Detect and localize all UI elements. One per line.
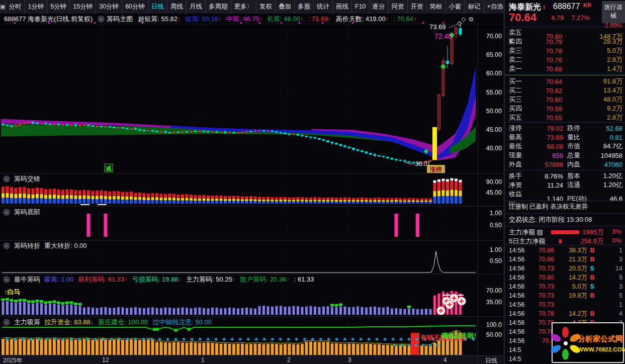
stack-yellow (220, 199, 223, 201)
stack-blue (53, 199, 56, 204)
candle-down (143, 130, 145, 131)
stack-blue (386, 202, 389, 204)
timeline-month[interactable]: 12 (102, 356, 109, 363)
stack-yellow (425, 200, 428, 202)
stack-white (433, 180, 436, 183)
arrow-icon: ↑ (178, 276, 182, 283)
green-cap (339, 303, 342, 306)
timeline-month[interactable]: 1 (201, 356, 205, 363)
trade-row[interactable]: 14:5670.8014.2万B9 (505, 273, 625, 282)
stack-yellow (130, 196, 133, 200)
stack-yellow (275, 200, 278, 201)
stack-white (459, 180, 462, 183)
ask-row[interactable]: 卖三70.785.0万 (505, 46, 625, 55)
info-icon[interactable]: i (543, 4, 545, 11)
field-value: 1.00 (61, 276, 73, 283)
chevron-down-icon[interactable]: ⌄ (3, 175, 10, 183)
stack-red (104, 191, 107, 196)
stack-yellow (78, 196, 81, 199)
panel-header-zhuli-xichou[interactable]: ⌄ 主力吸筹 拉升资金: 83.88↓新庄建仓: 100.00过中轴线注意: 5… (3, 318, 216, 327)
stack-blue (378, 202, 381, 204)
stack-blue (194, 201, 197, 204)
ask-row[interactable]: 卖四70.7928.3万 (505, 37, 625, 46)
stack-red (284, 197, 287, 200)
trade-row[interactable]: 14:5670.7814.2万B4 (505, 309, 625, 318)
stack-yellow (228, 199, 231, 201)
axis-tick-label: 100.0 (479, 321, 502, 328)
ask-row[interactable]: 卖五¥70.80148.7万 (505, 28, 625, 37)
stack-red (408, 198, 411, 200)
timeline-month[interactable]: 3 (348, 356, 351, 363)
book-volume: 48.0万 (562, 95, 625, 104)
stat-label: 总量 (563, 151, 588, 160)
holder-bar (280, 306, 282, 315)
timeline-month[interactable]: 4 (443, 356, 447, 363)
stat-value: 57898 (527, 161, 563, 168)
field-label: 吸筹: (44, 276, 61, 283)
stack-yellow (258, 200, 261, 202)
trade-row[interactable]: 14:5670.8621.3万B3 (505, 255, 625, 264)
volume-bar (297, 344, 300, 355)
ask-row[interactable]: 卖一70.681.4万 (505, 64, 625, 73)
trade-row[interactable]: 14:5670.7320.5万S14 (505, 264, 625, 273)
volume-bar (241, 343, 244, 355)
trade-time: 14:56 (505, 337, 528, 344)
stack-blue (143, 200, 146, 204)
bid-row[interactable]: 买三70.6048.0万 (505, 95, 625, 104)
stack-blue (32, 199, 35, 204)
volume-bar (172, 342, 175, 355)
market-tag: KR (583, 2, 591, 8)
candle-down (284, 133, 287, 134)
chevron-down-icon[interactable]: ⌄ (3, 242, 10, 249)
holder-bar (288, 307, 291, 315)
candle-down (331, 142, 333, 143)
stack-red (297, 197, 300, 200)
trade-row[interactable]: 14:5670.735.0万S3 (505, 282, 625, 291)
badge-text: 涨榜 (429, 166, 442, 173)
volume-bar (155, 342, 158, 355)
stack-red (36, 188, 39, 194)
timeline-axis[interactable]: 2025年121234日线 (0, 355, 504, 364)
green-square-marker (156, 328, 159, 331)
volume-bar (254, 343, 257, 355)
stack-red (266, 197, 270, 199)
asterisk-marker: ✱ (110, 337, 114, 342)
candle-down (447, 61, 449, 63)
bid-row[interactable]: 买二70.6213.4万 (505, 86, 625, 95)
candle-down (314, 138, 316, 138)
dot-marker (240, 22, 242, 24)
timeline-month[interactable]: 2 (287, 356, 291, 363)
panel-value: 重大转折: 0.00 (44, 241, 87, 250)
trade-row[interactable]: 14:5670.731 (505, 300, 625, 309)
book-label: 买一 (505, 77, 525, 86)
panel-header-chouma-dibu[interactable]: ⌄ 筹码底部 (3, 208, 40, 217)
panel-header-chouma-zhuanzhe[interactable]: ⌄ 筹码转折 重大转折: 0.00 (3, 241, 87, 250)
period-label[interactable]: 日线 (478, 356, 504, 364)
trade-row[interactable]: 14:5670.7319.8万B5 (505, 291, 625, 300)
bid-row[interactable]: 买五70.552.8万 (505, 113, 625, 122)
chevron-down-icon[interactable]: ⌄ (3, 276, 10, 283)
axis-tick-label: 0.50 (479, 222, 502, 229)
stack-yellow (74, 196, 77, 199)
panel-header-zuiniu-chouma[interactable]: ⌄ 最牛筹码 吸筹: 1.00获利筹码: 61.33↑亏损筹码: 19.88↑主… (3, 275, 318, 284)
volume-bar (348, 343, 351, 355)
bid-row[interactable]: 买一70.6491.8万 (505, 77, 625, 86)
candle-down (32, 122, 34, 123)
book-volume: 1.4万 (562, 64, 625, 73)
stack-blue (271, 202, 274, 204)
stack-yellow (374, 200, 377, 202)
green-cap (330, 304, 334, 307)
ask-row[interactable]: 卖二70.762.8万 (505, 55, 625, 64)
chevron-down-icon[interactable]: ⌄ (3, 319, 10, 326)
trade-row[interactable]: 14:5670.8638.3万B1 (505, 246, 625, 255)
main-chart-canvas[interactable]: 73.6972.40-36.01涨榜减✱✱✱✱✱✱✱✱✱✱✱✱✱✱✱✱✱✱✱✱✱… (0, 0, 504, 364)
stack-red (331, 197, 334, 200)
panel-header-chouma-jiaocuo[interactable]: ⌄ 筹码交错 (3, 174, 40, 184)
chevron-down-icon[interactable]: ⌄ (3, 209, 10, 216)
bid-row[interactable]: 买四70.599.2万 (505, 104, 625, 113)
axis-tick-label: 90.00 (479, 178, 502, 186)
industry-box[interactable]: 医疗器械 2.99% (602, 1, 625, 23)
asterisk-marker: ✱ (37, 337, 41, 342)
trade-time: 14:56 (505, 247, 528, 254)
stack-blue (297, 202, 300, 204)
